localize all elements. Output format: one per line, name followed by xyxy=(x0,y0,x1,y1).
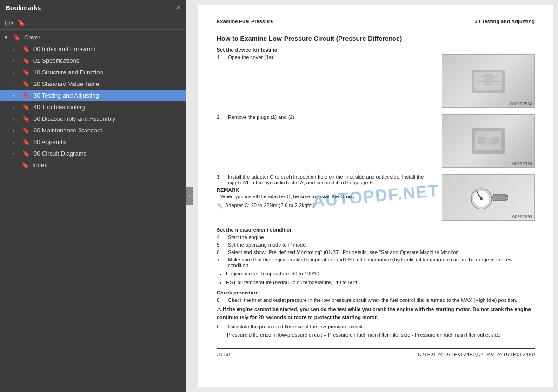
image-3-label: G0092605 xyxy=(512,215,532,219)
close-icon[interactable]: × xyxy=(176,4,180,12)
sidebar-item-label-50: 50 Disassembly and Assembly xyxy=(33,115,181,122)
step2-text-col: 2. Remove the plugs (1) and (2). xyxy=(217,114,434,122)
image-2: G0092539 xyxy=(442,114,535,168)
step1-num: 1. xyxy=(217,54,225,60)
image-2-inner xyxy=(442,115,534,167)
step9-num: 9. xyxy=(217,324,225,329)
chevron-40-icon: › xyxy=(13,105,21,110)
sidebar-item-label-10: 10 Structure and Function xyxy=(33,69,181,76)
chevron-60-icon: › xyxy=(13,128,21,133)
sidebar-item-10[interactable]: › 🔖 10 Structure and Function xyxy=(0,66,186,78)
list-arrow-icon: ▾ xyxy=(11,20,13,26)
sidebar-item-40[interactable]: › 🔖 40 Troubleshooting xyxy=(0,101,186,113)
sidebar-item-label-index: Index xyxy=(33,162,181,169)
cover-chevron-icon: ▾ xyxy=(5,34,13,40)
step5-item: 5. Set the operating mode to P mode. xyxy=(217,242,535,248)
cover-label: Cover xyxy=(24,34,181,41)
sidebar-item-30[interactable]: › 🔖 30 Testing and Adjusting xyxy=(0,90,186,101)
sidebar-header: Bookmarks × xyxy=(0,0,186,16)
step4-text: Start the engine. xyxy=(228,235,266,240)
bullet-item-1: HST oil temperature (hydraulic oil tempe… xyxy=(226,279,535,287)
list-view-button[interactable]: ⊟ ▾ xyxy=(5,19,13,26)
svg-point-13 xyxy=(480,197,483,200)
svg-rect-4 xyxy=(484,74,493,86)
sidebar-item-60[interactable]: › 🔖 60 Maintenance Standard xyxy=(0,124,186,136)
bookmark-index-icon: 🔖 xyxy=(21,162,30,169)
adapter-note-text: Adapter C: 20 to 22Nm (2.0 to 2.2kgfm) xyxy=(225,203,315,208)
remark-title: REMARK xyxy=(217,187,434,193)
main-content: ‹ AUTOPDF.NET Examine Fuel Pressure 30 T… xyxy=(186,0,558,392)
step3-block: 3. Install the adapter C to each inspect… xyxy=(217,174,535,221)
sidebar-item-20[interactable]: › 🔖 20 Standard Value Table xyxy=(0,78,186,90)
remark-text: When you install the adapter C, be sure … xyxy=(220,193,434,201)
check-title: Check procedure xyxy=(217,290,535,295)
page-container: AUTOPDF.NET Examine Fuel Pressure 30 Tes… xyxy=(198,5,553,387)
bookmark-30-icon: 🔖 xyxy=(22,92,31,99)
chevron-50-icon: › xyxy=(13,116,21,122)
step1-text-col: 1. Open the cover (1a). xyxy=(217,54,434,62)
sidebar-item-label-80: 80 Appendix xyxy=(33,138,181,145)
svg-point-8 xyxy=(492,137,499,144)
bookmark-tool-button[interactable]: 🔖 xyxy=(17,19,25,26)
sidebar-item-80[interactable]: › 🔖 80 Appendix xyxy=(0,136,186,148)
step9-text: Calculate the pressure difference of the… xyxy=(228,324,364,329)
section2-title: Set the measurement condition xyxy=(217,227,535,233)
sidebar-item-label-01: 01 Specifications xyxy=(33,57,181,64)
document-footer: 30-50 D71EXI-24,D71EXI-24E0,D71PXI-24,D7… xyxy=(217,348,535,357)
step2-item: 2. Remove the plugs (1) and (2). xyxy=(217,114,434,120)
collapse-sidebar-button[interactable]: ‹ xyxy=(186,187,193,205)
sidebar-item-90[interactable]: › 🔖 90 Circuit Diagrams xyxy=(0,148,186,159)
step8-item: 8. Check the inlet and outlet pressure i… xyxy=(217,297,535,303)
list-icon: ⊟ xyxy=(5,19,10,26)
chevron-30-icon: › xyxy=(13,93,21,98)
step2-num: 2. xyxy=(217,114,225,120)
step1-item: 1. Open the cover (1a). xyxy=(217,54,434,60)
chevron-00-icon: › xyxy=(13,46,21,52)
step3-text: Install the adapter C to each inspection… xyxy=(228,174,434,185)
step4-item: 4. Start the engine. xyxy=(217,235,535,240)
step1-block: 1. Open the cover (1a). G00032534 xyxy=(217,54,535,108)
document-main-title: How to Examine Low-Pressure Circuit (Pre… xyxy=(217,35,535,42)
chevron-01-icon: › xyxy=(13,58,21,64)
sidebar-item-01[interactable]: › 🔖 01 Specifications xyxy=(0,55,186,66)
sidebar-item-cover[interactable]: ▾ 🔖 Cover xyxy=(0,32,186,43)
svg-rect-9 xyxy=(485,137,492,144)
cover-bookmark-icon: 🔖 xyxy=(13,34,21,41)
bookmark-60-icon: 🔖 xyxy=(22,127,31,134)
sidebar-title: Bookmarks xyxy=(6,4,41,12)
sidebar-toolbar: ⊟ ▾ 🔖 xyxy=(0,16,186,30)
step6-text: Select and show "Pre-defined Monitoring"… xyxy=(228,249,461,255)
footer-left: 30-50 xyxy=(217,352,230,357)
footer-right: D71EXI-24,D71EXI-24E0,D71PXI-24,D71PXI-2… xyxy=(418,352,535,357)
adapter-note-row: 🔧 Adapter C: 20 to 22Nm (2.0 to 2.2kgfm) xyxy=(217,203,315,209)
sidebar: Bookmarks × ⊟ ▾ 🔖 ▾ 🔖 Cover › 🔖 00 Index… xyxy=(0,0,186,392)
image-2-label: G0092539 xyxy=(512,162,532,166)
sidebar-item-label-90: 90 Circuit Diagrams xyxy=(33,150,181,157)
step7-text: Make sure that the engine coolant temper… xyxy=(228,257,535,268)
image-3: A1 G0092605 xyxy=(442,174,535,221)
bullet-item-0: Engine coolant temperature: 30 to 100°C xyxy=(226,270,535,278)
chevron-20-icon: › xyxy=(13,81,21,87)
doc-header-right: 30 Testing and Adjusting xyxy=(474,19,535,24)
sidebar-item-50[interactable]: › 🔖 50 Disassembly and Assembly xyxy=(0,113,186,124)
chevron-10-icon: › xyxy=(13,70,21,75)
step5-text: Set the operating mode to P mode. xyxy=(228,242,307,248)
bookmark-20-icon: 🔖 xyxy=(22,80,31,87)
step3-item: 3. Install the adapter C to each inspect… xyxy=(217,174,434,185)
document-header: Examine Fuel Pressure 30 Testing and Adj… xyxy=(217,19,535,27)
step8-text: Check the inlet and outlet pressure in t… xyxy=(228,297,517,303)
sidebar-item-label-30: 30 Testing and Adjusting xyxy=(33,92,181,99)
measurement-section: Set the measurement condition 4. Start t… xyxy=(217,227,535,286)
step2-text: Remove the plugs (1) and (2). xyxy=(228,114,296,120)
bookmark-01-icon: 🔖 xyxy=(22,57,31,64)
pressure-formula: Pressure difference in low-pressure circ… xyxy=(227,331,535,339)
sidebar-item-00[interactable]: › 🔖 00 Index and Foreword xyxy=(0,43,186,55)
image-1-label: G00032534 xyxy=(510,102,532,106)
sidebar-item-label-60: 60 Maintenance Standard xyxy=(33,127,181,134)
wrench-symbol: 🔧 xyxy=(217,203,223,209)
svg-point-7 xyxy=(478,137,485,144)
sidebar-item-label-00: 00 Index and Foreword xyxy=(33,46,181,52)
step6-num: 6. xyxy=(217,249,225,255)
sidebar-item-index[interactable]: 🔖 Index xyxy=(0,159,186,171)
warning-text: ⚠ If the engine cannot be started, you c… xyxy=(217,306,535,321)
